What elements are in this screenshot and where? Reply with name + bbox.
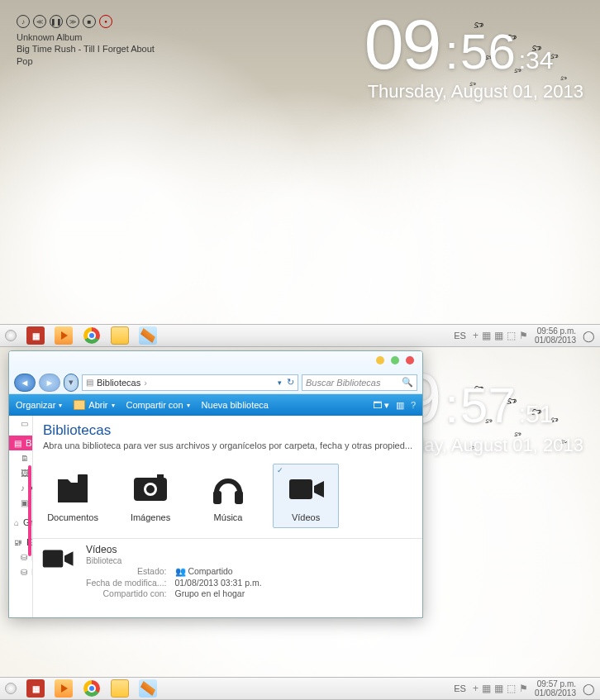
nav-forward-button[interactable]: ► xyxy=(39,374,60,392)
address-dropdown-icon[interactable]: ▾ xyxy=(278,379,282,387)
toolbar-share-button[interactable]: Compartir con xyxy=(126,400,190,410)
taskbar-chrome[interactable] xyxy=(83,326,101,345)
media-next-button[interactable]: ≫ xyxy=(66,15,79,28)
taskbar: ▦ ES + ▦ ▦ ⬚ ⚑ 09:56 p.m. 01/08/2013 ◯ xyxy=(0,324,600,347)
svg-rect-7 xyxy=(289,479,312,499)
videos-icon xyxy=(286,469,326,509)
address-bar[interactable]: ▤ Bibliotecas › ▾ ↻ xyxy=(82,374,298,391)
tray-app2-icon[interactable]: ▦ xyxy=(494,330,503,341)
start-button[interactable] xyxy=(5,330,17,341)
media-record-button[interactable]: ● xyxy=(99,15,112,28)
details-shared-label: Compartido con: xyxy=(86,588,166,598)
media-stop-button[interactable]: ■ xyxy=(83,15,96,28)
taskbar-paint[interactable] xyxy=(139,679,157,698)
toolbar-organize-button[interactable]: Organizar xyxy=(16,400,62,410)
tray-language[interactable]: ES xyxy=(454,331,466,340)
tray-plus-icon[interactable]: + xyxy=(473,330,479,341)
tray-app-icon[interactable]: ▦ xyxy=(482,683,491,694)
sidebar-item-documents[interactable]: 🗎Documentos xyxy=(9,450,32,465)
clock-minutes: 56 xyxy=(460,27,516,77)
tray-plus-icon[interactable]: + xyxy=(473,683,479,694)
search-placeholder: Buscar Bibliotecas xyxy=(306,378,381,388)
window-close-button[interactable] xyxy=(406,356,414,364)
music-icon: ♪ xyxy=(21,483,25,493)
details-type: Biblioteca xyxy=(86,556,262,565)
svg-rect-6 xyxy=(235,491,243,504)
tray-app-icon[interactable]: ▦ xyxy=(482,330,491,341)
tray-flag-icon[interactable]: ⚑ xyxy=(519,683,528,694)
library-documents[interactable]: Documentos xyxy=(40,464,106,528)
homegroup-icon: ⌂ xyxy=(14,518,19,527)
libraries-icon: ▤ xyxy=(86,378,93,387)
libraries-icon: ▤ xyxy=(14,439,21,448)
details-mod-label: Fecha de modifica...: xyxy=(86,578,166,588)
sidebar-item-desktop[interactable]: ▭Escritorio xyxy=(9,416,32,431)
nav-back-button[interactable]: ◄ xyxy=(14,374,36,392)
drive-icon: ⛁ xyxy=(21,568,27,577)
details-mod-value: 01/08/2013 03:31 p.m. xyxy=(175,578,262,588)
tray-language[interactable]: ES xyxy=(454,683,466,693)
media-prev-button[interactable]: ≪ xyxy=(33,15,46,28)
taskbar-explorer[interactable] xyxy=(111,679,129,698)
media-pause-button[interactable]: ❚❚ xyxy=(50,15,63,28)
window-maximize-button[interactable] xyxy=(391,356,399,364)
tray-show-desktop[interactable]: ◯ xyxy=(583,330,595,342)
taskbar-chrome[interactable] xyxy=(83,679,101,698)
search-box[interactable]: Buscar Bibliotecas 🔍 xyxy=(302,374,417,391)
svg-rect-0 xyxy=(78,474,88,486)
tray-network-icon[interactable]: ⬚ xyxy=(507,683,516,694)
toolbar-view-button[interactable]: 🗔 ▾ xyxy=(373,400,389,411)
taskbar-app-1[interactable]: ▦ xyxy=(26,679,45,698)
clock-date: Thursday, August 01, 2013 xyxy=(364,81,583,102)
nav-history-button[interactable]: ▾ xyxy=(64,374,79,392)
toolbar-preview-button[interactable]: ▥ xyxy=(396,400,404,411)
taskbar-app-1[interactable]: ▦ xyxy=(26,326,45,345)
taskbar: ▦ ES + ▦ ▦ ⬚ ⚑ 09:57 p.m. 01/08/2013 ◯ xyxy=(0,677,600,700)
clock-seconds: 34 xyxy=(526,46,553,74)
clock-seconds: 51 xyxy=(526,400,553,428)
start-button[interactable] xyxy=(5,683,17,694)
toolbar-open-button[interactable]: Abrir xyxy=(74,400,114,410)
folder-icon xyxy=(74,400,85,410)
library-videos[interactable]: Vídeos xyxy=(273,464,339,528)
clock-minutes: 57 xyxy=(460,381,516,431)
tray-date[interactable]: 01/08/2013 xyxy=(535,336,576,345)
taskbar-media-player[interactable] xyxy=(55,679,73,698)
videos-icon: ▣ xyxy=(21,498,28,507)
explorer-toolbar: Organizar Abrir Compartir con Nueva bibl… xyxy=(9,394,422,416)
details-title: Vídeos xyxy=(86,544,262,555)
taskbar-paint[interactable] xyxy=(139,326,157,345)
toolbar-newlib-button[interactable]: Nueva biblioteca xyxy=(202,400,269,410)
details-pane: Vídeos Biblioteca Estado: 👥 Compartido F… xyxy=(33,538,422,603)
taskbar-explorer[interactable] xyxy=(111,326,129,345)
sidebar-item-disk-d[interactable]: ⛁Disco local (D:) xyxy=(9,564,32,579)
clock-widget: 09 : 56 : 34 Thursday, August 01, 2013 xyxy=(364,8,583,102)
computer-icon: 🖳 xyxy=(14,538,22,547)
tray-app2-icon[interactable]: ▦ xyxy=(494,683,503,694)
search-icon[interactable]: 🔍 xyxy=(402,377,413,388)
tray-show-desktop[interactable]: ◯ xyxy=(583,683,595,695)
tray-time[interactable]: 09:57 p.m. xyxy=(535,679,576,688)
address-refresh-icon[interactable]: ↻ xyxy=(287,377,294,388)
tray-date[interactable]: 01/08/2013 xyxy=(535,688,576,698)
library-images[interactable]: Imágenes xyxy=(117,464,183,528)
library-music[interactable]: Música xyxy=(195,464,261,528)
content-title: Bibliotecas xyxy=(43,422,412,439)
svg-point-3 xyxy=(146,485,155,493)
sidebar-scrollbar[interactable] xyxy=(28,465,31,556)
tray-icons: + ▦ ▦ ⬚ ⚑ xyxy=(473,683,528,694)
taskbar-media-player[interactable] xyxy=(55,326,73,345)
toolbar-help-button[interactable]: ? xyxy=(411,400,416,410)
sidebar-item-libraries[interactable]: ▤Bibliotecas xyxy=(9,436,32,450)
content-subtitle: Abra una biblioteca para ver sus archivo… xyxy=(43,440,412,450)
drive-icon: ⛁ xyxy=(21,553,27,562)
explorer-window: ◄ ► ▾ ▤ Bibliotecas › ▾ ↻ Buscar Bibliot… xyxy=(8,350,423,618)
media-app-icon[interactable]: ♪ xyxy=(17,15,30,28)
window-titlebar[interactable] xyxy=(9,351,422,371)
tray-flag-icon[interactable]: ⚑ xyxy=(519,330,528,341)
tray-time[interactable]: 09:56 p.m. xyxy=(535,326,576,336)
clock-hours: 09 xyxy=(364,8,440,79)
tray-network-icon[interactable]: ⬚ xyxy=(507,330,516,341)
details-videos-icon xyxy=(41,544,76,575)
window-minimize-button[interactable] xyxy=(376,356,384,364)
